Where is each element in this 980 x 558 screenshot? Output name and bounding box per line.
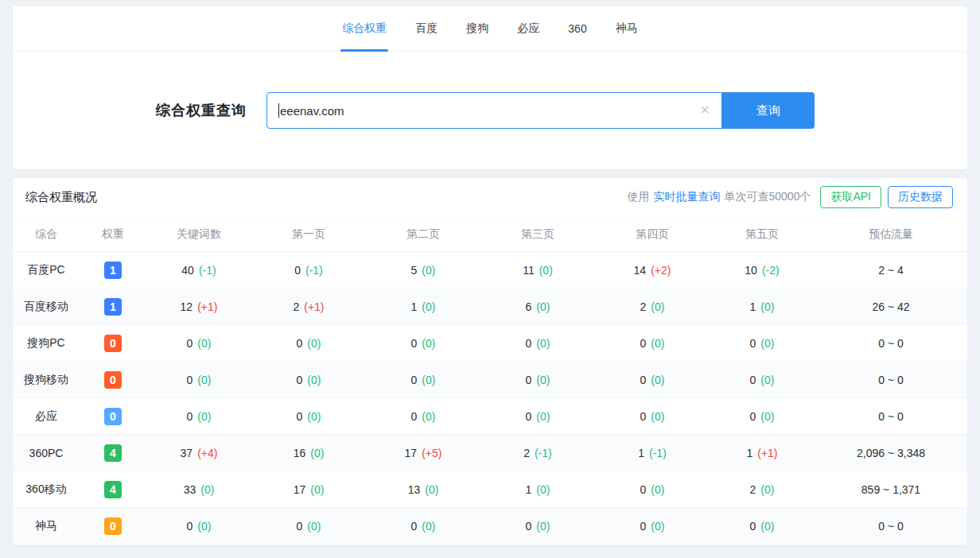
metric-value: 1 xyxy=(750,300,756,313)
metric-delta: (0) xyxy=(760,520,774,533)
table-row: 360PC437(+4)16(0)17(+5)2(-1)1(-1)1(+1)2,… xyxy=(13,435,967,471)
metric-cell: 0(0) xyxy=(480,410,595,423)
weight-cell: 4 xyxy=(80,444,146,462)
metric-value: 0 xyxy=(750,374,756,386)
metric-value: 0 xyxy=(411,520,418,533)
metric-value: 1 xyxy=(638,447,644,459)
metric-value: 5 xyxy=(411,264,418,277)
domain-input-group: eeenav.com ✕ 查询 xyxy=(266,92,815,129)
metric-cell: 0(0) xyxy=(366,410,480,423)
table-row: 百度PC140(-1)0(-1)5(0)11(0)14(+2)10(-2)2 ~… xyxy=(13,252,967,289)
search-title: 综合权重查询 xyxy=(156,101,247,120)
metric-cell: 0(0) xyxy=(595,374,710,386)
tab-sogou[interactable]: 搜狗 xyxy=(465,6,490,51)
metric-value: 0 xyxy=(750,410,756,423)
history-data-button[interactable]: 历史数据 xyxy=(888,186,953,208)
engine-name: 搜狗移动 xyxy=(13,373,80,387)
metric-cell: 2(0) xyxy=(595,300,710,313)
weight-table: 综合权重关键词数第一页第二页第三页第四页第五页预估流量 百度PC140(-1)0… xyxy=(13,216,967,544)
metric-value: 0 xyxy=(297,374,303,386)
metric-cell: 17(0) xyxy=(251,483,366,496)
panel-header: 综合权重概况 使用 实时批量查询 单次可查50000个 获取API 历史数据 xyxy=(13,178,967,216)
metric-cell: 0(0) xyxy=(595,520,710,533)
metric-value: 0 xyxy=(411,374,418,386)
metric-delta: (0) xyxy=(422,264,435,277)
metric-cell: 0(0) xyxy=(595,337,710,350)
metric-cell: 5(0) xyxy=(366,264,480,277)
get-api-button[interactable]: 获取API xyxy=(820,186,881,208)
metric-delta: (0) xyxy=(197,337,211,350)
tab-shenma[interactable]: 神马 xyxy=(614,6,640,51)
usage-prefix: 使用 xyxy=(627,190,649,204)
domain-input-value: eeenav.com xyxy=(280,104,344,118)
metric-delta: (0) xyxy=(422,520,435,533)
metric-delta: (+5) xyxy=(422,447,441,459)
estimated-traffic: 0 ~ 0 xyxy=(815,410,967,423)
metric-cell: 0(0) xyxy=(480,337,595,350)
metric-value: 6 xyxy=(526,300,532,313)
metric-value: 17 xyxy=(294,483,306,496)
metric-cell: 0(0) xyxy=(366,374,480,386)
metric-cell: 2(0) xyxy=(710,483,815,496)
metric-cell: 12(+1) xyxy=(146,300,251,313)
metric-delta: (-2) xyxy=(762,264,780,277)
batch-query-link[interactable]: 实时批量查询 xyxy=(653,190,720,204)
estimated-traffic: 26 ~ 42 xyxy=(815,300,967,313)
metric-delta: (0) xyxy=(200,483,214,496)
table-row: 360移动433(0)17(0)13(0)1(0)0(0)2(0)859 ~ 1… xyxy=(13,471,967,508)
usage-hint: 使用 实时批量查询 单次可查50000个 xyxy=(627,190,811,204)
metric-value: 10 xyxy=(745,264,757,277)
tab-baidu[interactable]: 百度 xyxy=(414,6,439,51)
weight-badge: 0 xyxy=(104,517,122,535)
table-row: 必应00(0)0(0)0(0)0(0)0(0)0(0)0 ~ 0 xyxy=(13,398,967,435)
column-header-6: 第四页 xyxy=(595,227,710,242)
metric-cell: 0(0) xyxy=(710,337,815,350)
table-body: 百度PC140(-1)0(-1)5(0)11(0)14(+2)10(-2)2 ~… xyxy=(13,252,967,544)
metric-value: 2 xyxy=(523,447,530,459)
metric-value: 0 xyxy=(640,337,647,350)
metric-cell: 0(0) xyxy=(251,520,366,533)
column-header-4: 第二页 xyxy=(366,227,480,242)
tab-composite[interactable]: 综合权重 xyxy=(340,6,388,51)
metric-delta: (0) xyxy=(422,300,435,313)
metric-delta: (0) xyxy=(760,300,774,313)
weight-badge: 4 xyxy=(104,481,122,498)
table-row: 百度移动112(+1)2(+1)1(0)6(0)2(0)1(0)26 ~ 42 xyxy=(13,289,967,325)
metric-delta: (0) xyxy=(197,410,211,423)
search-section: 综合权重查询 eeenav.com ✕ 查询 xyxy=(13,52,967,169)
metric-value: 16 xyxy=(294,447,306,459)
metric-cell: 13(0) xyxy=(366,483,480,496)
metric-value: 0 xyxy=(640,374,647,386)
metric-value: 0 xyxy=(187,374,193,386)
weight-badge: 1 xyxy=(104,298,122,316)
metric-delta: (0) xyxy=(425,483,438,496)
tab-bing[interactable]: 必应 xyxy=(515,6,541,51)
metric-cell: 0(0) xyxy=(251,410,366,423)
metric-value: 0 xyxy=(187,337,193,350)
column-header-2: 关键词数 xyxy=(146,227,251,242)
domain-input[interactable]: eeenav.com ✕ xyxy=(266,92,722,129)
metric-value: 2 xyxy=(293,300,299,313)
metric-cell: 1(0) xyxy=(366,300,480,313)
metric-cell: 1(-1) xyxy=(595,447,710,459)
engine-name: 360PC xyxy=(13,447,80,459)
clear-icon[interactable]: ✕ xyxy=(700,104,710,117)
metric-cell: 14(+2) xyxy=(595,264,710,277)
metric-cell: 40(-1) xyxy=(146,264,251,277)
tab-360[interactable]: 360 xyxy=(566,6,588,51)
metric-value: 0 xyxy=(297,337,303,350)
column-header-0: 综合 xyxy=(13,227,80,242)
column-header-3: 第一页 xyxy=(251,227,366,242)
query-button[interactable]: 查询 xyxy=(722,92,815,129)
engine-name: 百度PC xyxy=(13,263,80,277)
engine-name: 搜狗PC xyxy=(13,336,80,351)
weight-cell: 0 xyxy=(80,517,146,535)
metric-cell: 0(0) xyxy=(146,520,251,533)
metric-cell: 10(-2) xyxy=(710,264,815,277)
engine-name: 必应 xyxy=(13,409,80,424)
metric-value: 0 xyxy=(640,520,647,533)
metric-value: 1 xyxy=(526,483,532,496)
estimated-traffic: 0 ~ 0 xyxy=(815,374,967,386)
metric-delta: (0) xyxy=(539,264,553,277)
panel-title: 综合权重概况 xyxy=(25,190,97,205)
